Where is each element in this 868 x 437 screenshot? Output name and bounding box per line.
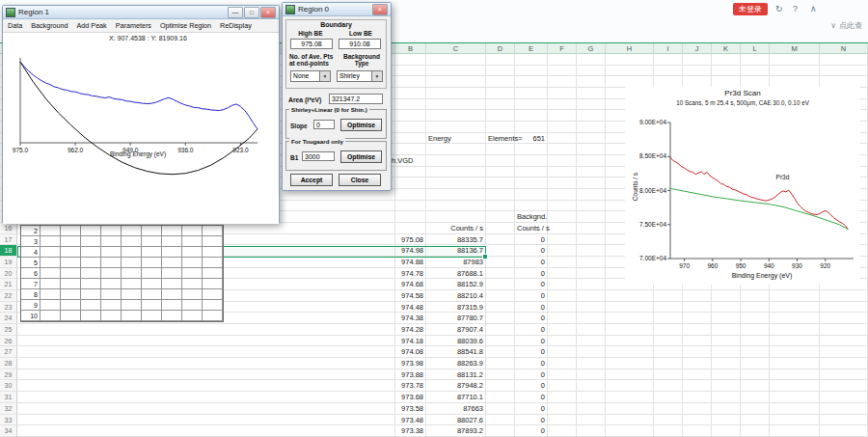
cell-G5[interactable] — [577, 99, 606, 111]
cell-A32[interactable] — [17, 403, 395, 415]
grid-cell[interactable] — [162, 300, 182, 311]
cell-D27[interactable] — [486, 346, 515, 358]
cell-J31[interactable] — [683, 392, 712, 403]
menu-item-data[interactable]: Data — [8, 21, 22, 30]
grid-cell[interactable] — [122, 236, 142, 247]
cell-K31[interactable] — [712, 392, 741, 403]
cell-I2[interactable] — [654, 66, 683, 77]
cell-C31[interactable]: 87710.1 — [426, 392, 486, 403]
cell-B4[interactable] — [395, 88, 426, 99]
cell-C5[interactable] — [426, 99, 486, 111]
cell-M34[interactable] — [770, 425, 820, 437]
cell-H1[interactable] — [606, 54, 654, 66]
grid-cell[interactable] — [61, 300, 81, 311]
cell-G17[interactable] — [577, 234, 606, 246]
cell-D7[interactable] — [486, 122, 515, 133]
col-header-B[interactable]: B — [395, 43, 426, 54]
cell-C10[interactable] — [426, 155, 486, 167]
region1-plot-body[interactable]: X: 907.4538 : Y: 81909.16 Binding Energy… — [3, 33, 279, 224]
cell-C2[interactable] — [426, 66, 486, 77]
cell-E26[interactable]: 0 — [515, 336, 548, 347]
cell-D8[interactable]: Elements= — [486, 133, 515, 145]
cell-E23[interactable]: 0 — [515, 302, 548, 314]
row-header-23[interactable]: 23 — [0, 302, 17, 314]
grid-cell[interactable] — [101, 311, 122, 321]
cell-B17[interactable]: 975.08 — [395, 234, 426, 246]
cell-M30[interactable] — [770, 380, 820, 392]
cell-H33[interactable] — [606, 415, 654, 426]
grid-cell[interactable] — [182, 236, 203, 247]
cell-D12[interactable] — [486, 178, 515, 189]
cell-M32[interactable] — [770, 403, 820, 415]
cell-G18[interactable] — [577, 245, 606, 257]
optimise-slope-button[interactable]: Optimise — [340, 119, 382, 131]
cell-K24[interactable] — [712, 313, 741, 324]
cell-D4[interactable] — [486, 88, 515, 99]
cell-D10[interactable] — [486, 155, 515, 167]
cell-F27[interactable] — [548, 346, 577, 358]
cell-D5[interactable] — [486, 99, 515, 111]
cell-A25[interactable] — [17, 324, 395, 336]
cell-E28[interactable]: 0 — [515, 358, 548, 369]
cell-B15[interactable] — [395, 211, 426, 223]
cell-N27[interactable] — [820, 346, 868, 358]
cell-E32[interactable]: 0 — [515, 403, 548, 415]
cell-D19[interactable] — [486, 257, 515, 268]
cell-M29[interactable] — [770, 369, 820, 381]
grid-cell[interactable] — [142, 300, 162, 311]
cell-J22[interactable] — [683, 290, 712, 302]
grid-cell[interactable] — [142, 279, 162, 289]
cell-G23[interactable] — [577, 302, 606, 314]
cell-N31[interactable] — [820, 392, 868, 403]
cell-B2[interactable] — [395, 66, 426, 77]
cell-D2[interactable] — [486, 66, 515, 77]
col-header-L[interactable]: L — [741, 43, 770, 54]
cell-E11[interactable] — [515, 167, 548, 178]
cell-E1[interactable] — [515, 54, 548, 66]
slope-input[interactable]: 0 — [313, 120, 335, 129]
cell-I29[interactable] — [654, 369, 683, 381]
grid-cell[interactable] — [101, 300, 122, 311]
grid-cell[interactable] — [81, 279, 101, 289]
row-header-26[interactable]: 26 — [0, 336, 17, 347]
cell-D33[interactable] — [486, 415, 515, 426]
cell-E33[interactable]: 0 — [515, 415, 548, 426]
cell-D29[interactable] — [486, 369, 515, 381]
cell-E7[interactable] — [515, 122, 548, 133]
cell-G19[interactable] — [577, 257, 606, 268]
cell-M24[interactable] — [770, 313, 820, 324]
grid-row-label[interactable]: 8 — [21, 289, 41, 300]
cell-D6[interactable] — [486, 110, 515, 122]
cell-N32[interactable] — [820, 403, 868, 415]
cell-D20[interactable] — [486, 268, 515, 280]
grid-cell[interactable] — [142, 247, 162, 258]
cell-F2[interactable] — [548, 66, 577, 77]
cell-A29[interactable] — [17, 369, 395, 381]
cell-B12[interactable] — [395, 178, 426, 189]
cell-E5[interactable] — [515, 99, 548, 111]
cell-B16[interactable] — [395, 223, 426, 234]
grid-cell[interactable] — [162, 289, 182, 300]
cell-D31[interactable] — [486, 392, 515, 403]
row-header-21[interactable]: 21 — [0, 279, 17, 290]
sync-icon[interactable]: ↻ — [775, 3, 783, 15]
grid-cell[interactable] — [142, 289, 162, 300]
cell-F12[interactable] — [548, 178, 577, 189]
cell-B7[interactable] — [395, 122, 426, 133]
grid-cell[interactable] — [61, 258, 81, 268]
cell-K25[interactable] — [712, 324, 741, 336]
grid-cell[interactable] — [81, 289, 101, 300]
cell-F13[interactable] — [548, 189, 577, 201]
menu-item-add-peak[interactable]: Add Peak — [77, 21, 107, 30]
grid-cell[interactable] — [203, 311, 223, 321]
grid-cell[interactable] — [61, 236, 81, 247]
grid-cell[interactable] — [162, 311, 182, 321]
grid-cell[interactable] — [101, 279, 122, 289]
cell-B20[interactable]: 974.78 — [395, 268, 426, 280]
cell-J29[interactable] — [683, 369, 712, 381]
cell-N24[interactable] — [820, 313, 868, 324]
cell-D28[interactable] — [486, 358, 515, 369]
cell-N2[interactable] — [820, 66, 868, 77]
cell-A26[interactable] — [17, 336, 395, 347]
cell-F18[interactable] — [548, 245, 577, 257]
